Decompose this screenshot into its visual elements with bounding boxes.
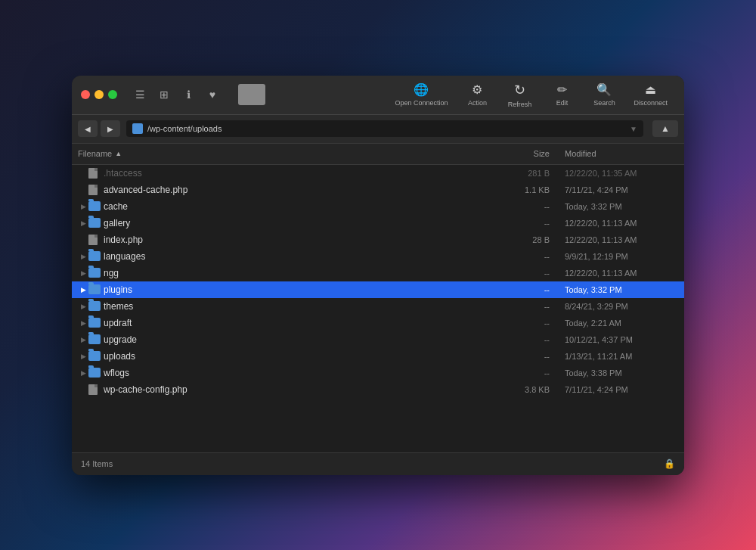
- action-button[interactable]: ⚙ Action: [457, 79, 497, 110]
- open-connection-label: Open Connection: [395, 99, 448, 107]
- edit-icon: ✏: [557, 82, 567, 97]
- disconnect-icon: ⏏: [645, 82, 656, 97]
- file-size: --: [504, 202, 565, 211]
- table-row[interactable]: ▶plugins--Today, 3:32 PM: [72, 281, 684, 298]
- action-label: Action: [468, 99, 487, 107]
- document-icon: [88, 185, 98, 195]
- file-size: --: [504, 335, 565, 344]
- file-modified: 7/11/21, 4:24 PM: [565, 385, 678, 394]
- back-button[interactable]: ◀: [78, 120, 98, 137]
- info-icon[interactable]: ℹ: [178, 84, 199, 105]
- folder-icon: [88, 351, 101, 361]
- folder-icon: [88, 284, 101, 294]
- row-expander[interactable]: ▶: [78, 219, 88, 227]
- traffic-lights: [81, 90, 117, 99]
- file-modified: 12/22/20, 11:35 AM: [565, 169, 678, 178]
- modified-column-header[interactable]: Modified: [565, 149, 678, 158]
- row-expander[interactable]: ▶: [78, 286, 88, 294]
- refresh-button[interactable]: ↻ Refresh: [499, 79, 540, 111]
- lock-icon: 🔒: [664, 458, 675, 469]
- row-expander[interactable]: ▶: [78, 253, 88, 260]
- file-modified: 12/22/20, 11:13 AM: [565, 269, 678, 278]
- minimize-button[interactable]: [94, 90, 104, 99]
- sort-indicator: ▲: [115, 150, 122, 157]
- folder-icon: [88, 218, 101, 228]
- file-name: plugins: [104, 284, 504, 295]
- open-connection-button[interactable]: 🌐 Open Connection: [387, 79, 455, 110]
- bookmark-icon[interactable]: ♥: [202, 84, 223, 105]
- row-expander[interactable]: ▶: [78, 319, 88, 327]
- navbar: ◀ ▶ /wp-content/uploads ▼ ▲: [72, 115, 684, 144]
- close-button[interactable]: [81, 90, 90, 99]
- file-name: index.php: [104, 235, 504, 245]
- file-name: updraft: [104, 318, 504, 328]
- table-row[interactable]: .htaccess281 B12/22/20, 11:35 AM: [72, 165, 684, 182]
- column-view-icon[interactable]: ⊞: [153, 84, 175, 105]
- file-size: --: [504, 285, 565, 294]
- file-size: --: [504, 368, 565, 378]
- table-row[interactable]: ▶updraft--Today, 2:21 AM: [72, 315, 684, 331]
- action-icon: ⚙: [472, 82, 482, 97]
- file-modified: 8/24/21, 3:29 PM: [565, 302, 678, 311]
- document-icon: [88, 384, 98, 395]
- file-size: --: [504, 319, 565, 328]
- file-modified: Today, 3:32 PM: [565, 202, 678, 211]
- search-button[interactable]: 🔍 Search: [584, 79, 624, 110]
- folder-icon: [88, 301, 101, 311]
- file-size: --: [504, 252, 565, 261]
- disconnect-label: Disconnect: [634, 99, 668, 107]
- statusbar: 14 Items 🔒: [72, 452, 684, 475]
- row-expander[interactable]: ▶: [78, 369, 88, 377]
- maximize-button[interactable]: [108, 90, 117, 99]
- table-row[interactable]: ▶ngg--12/22/20, 11:13 AM: [72, 265, 684, 281]
- edit-label: Edit: [556, 99, 569, 107]
- file-modified: Today, 3:38 PM: [565, 368, 678, 378]
- document-icon: [88, 168, 98, 179]
- table-row[interactable]: ▶uploads--1/13/21, 11:21 AM: [72, 348, 684, 365]
- file-modified: 7/11/21, 4:24 PM: [565, 185, 678, 194]
- disconnect-button[interactable]: ⏏ Disconnect: [626, 79, 675, 110]
- forward-button[interactable]: ▶: [101, 120, 120, 137]
- size-column-header[interactable]: Size: [504, 149, 565, 158]
- folder-icon: [88, 268, 101, 278]
- file-name: upgrade: [104, 334, 504, 345]
- file-modified: 12/22/20, 11:13 AM: [565, 235, 678, 244]
- table-row[interactable]: ▶gallery--12/22/20, 11:13 AM: [72, 215, 684, 231]
- table-row[interactable]: ▶cache--Today, 3:32 PM: [72, 198, 684, 215]
- row-expander[interactable]: ▶: [78, 203, 88, 210]
- table-row[interactable]: ▶languages--9/9/21, 12:19 PM: [72, 248, 684, 265]
- table-row[interactable]: ▶wflogs--Today, 3:38 PM: [72, 365, 684, 381]
- file-name: wflogs: [104, 368, 504, 378]
- file-modified: 12/22/20, 11:13 AM: [565, 219, 678, 228]
- path-dropdown-icon[interactable]: ▼: [630, 125, 637, 133]
- row-expander[interactable]: ▶: [78, 336, 88, 343]
- open-connection-icon: 🌐: [414, 82, 429, 97]
- file-size: 281 B: [504, 169, 565, 178]
- row-expander[interactable]: ▶: [78, 303, 88, 310]
- table-row[interactable]: wp-cache-config.php3.8 KB7/11/21, 4:24 P…: [72, 381, 684, 398]
- search-label: Search: [593, 99, 615, 107]
- path-folder-icon: [132, 123, 143, 134]
- table-row[interactable]: ▶upgrade--10/12/21, 4:37 PM: [72, 331, 684, 348]
- row-expander[interactable]: ▶: [78, 269, 88, 277]
- path-bar[interactable]: /wp-content/uploads ▼: [126, 120, 643, 137]
- edit-button[interactable]: ✏ Edit: [541, 79, 582, 110]
- folder-icon: [88, 334, 101, 344]
- row-expander[interactable]: ▶: [78, 353, 88, 360]
- file-modified: Today, 2:21 AM: [565, 319, 678, 328]
- file-name: uploads: [104, 351, 504, 362]
- column-headers: Filename ▲ Size Modified: [72, 144, 684, 165]
- list-view-icon[interactable]: ☰: [129, 84, 150, 105]
- file-size: 3.8 KB: [504, 385, 565, 394]
- table-row[interactable]: index.php28 B12/22/20, 11:13 AM: [72, 231, 684, 248]
- up-button[interactable]: ▲: [652, 120, 678, 137]
- file-name: advanced-cache.php: [104, 185, 504, 195]
- table-row[interactable]: ▶themes--8/24/21, 3:29 PM: [72, 298, 684, 315]
- filename-column-header[interactable]: Filename ▲: [78, 149, 504, 158]
- table-row[interactable]: advanced-cache.php1.1 KB7/11/21, 4:24 PM: [72, 182, 684, 198]
- folder-icon: [88, 318, 101, 328]
- file-size: --: [504, 219, 565, 228]
- file-size: --: [504, 269, 565, 278]
- file-list: .htaccess281 B12/22/20, 11:35 AMadvanced…: [72, 165, 684, 452]
- file-size: --: [504, 352, 565, 361]
